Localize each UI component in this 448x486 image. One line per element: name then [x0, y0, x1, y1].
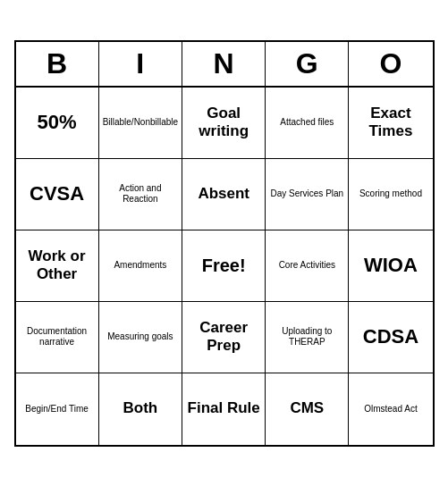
cell-text-7: Absent	[198, 185, 249, 203]
cell-text-23: CMS	[290, 399, 324, 417]
cell-text-12: Free!	[202, 256, 246, 276]
cell-text-20: Begin/End Time	[25, 404, 89, 415]
header-letter-g: G	[266, 42, 349, 86]
cell-text-11: Amendments	[114, 260, 166, 271]
bingo-cell-5: CVSA	[16, 159, 99, 230]
bingo-header: BINGO	[16, 42, 433, 88]
bingo-card: BINGO 50%Billable/NonbillableGoal writin…	[14, 40, 435, 447]
cell-text-18: Uploading to THERAP	[269, 326, 344, 348]
bingo-cell-15: Documentation narrative	[16, 302, 99, 373]
bingo-cell-2: Goal writing	[182, 88, 266, 159]
cell-text-5: CVSA	[30, 182, 84, 205]
cell-text-22: Final Rule	[188, 399, 260, 417]
bingo-cell-10: Work or Other	[16, 230, 99, 302]
cell-text-13: Core Activities	[279, 260, 335, 271]
bingo-cell-1: Billable/Nonbillable	[99, 88, 183, 159]
cell-text-17: Career Prep	[186, 319, 261, 356]
cell-text-15: Documentation narrative	[20, 326, 95, 348]
bingo-cell-3: Attached files	[266, 88, 349, 159]
cell-text-4: Exact Times	[352, 105, 428, 141]
bingo-cell-8: Day Services Plan	[266, 159, 349, 230]
bingo-cell-24: Olmstead Act	[349, 373, 432, 445]
cell-text-6: Action and Reaction	[103, 183, 179, 205]
bingo-grid: 50%Billable/NonbillableGoal writingAttac…	[16, 88, 433, 445]
bingo-cell-12: Free!	[182, 230, 266, 302]
cell-text-14: WIOA	[364, 254, 418, 277]
header-letter-i: I	[99, 42, 182, 86]
bingo-cell-9: Scoring method	[349, 159, 432, 230]
bingo-cell-13: Core Activities	[266, 230, 349, 302]
bingo-cell-4: Exact Times	[349, 88, 432, 159]
header-letter-b: B	[16, 42, 99, 86]
bingo-cell-6: Action and Reaction	[99, 159, 183, 230]
bingo-cell-19: CDSA	[349, 302, 432, 373]
bingo-cell-0: 50%	[16, 88, 99, 159]
cell-text-3: Attached files	[280, 117, 334, 128]
bingo-cell-21: Both	[99, 373, 183, 445]
bingo-cell-18: Uploading to THERAP	[266, 302, 349, 373]
cell-text-9: Scoring method	[359, 189, 422, 199]
cell-text-24: Olmstead Act	[364, 404, 417, 415]
bingo-cell-7: Absent	[182, 159, 266, 230]
bingo-cell-22: Final Rule	[182, 373, 266, 445]
bingo-cell-11: Amendments	[99, 230, 183, 302]
header-letter-o: O	[349, 42, 432, 86]
bingo-cell-14: WIOA	[349, 230, 432, 302]
cell-text-21: Both	[123, 399, 158, 417]
cell-text-19: CDSA	[363, 325, 418, 348]
cell-text-16: Measuring goals	[107, 331, 173, 342]
header-letter-n: N	[182, 42, 266, 86]
cell-text-2: Goal writing	[186, 105, 261, 141]
bingo-cell-17: Career Prep	[182, 302, 266, 373]
cell-text-0: 50%	[38, 111, 77, 134]
cell-text-10: Work or Other	[20, 247, 95, 284]
bingo-cell-16: Measuring goals	[99, 302, 183, 373]
cell-text-8: Day Services Plan	[270, 189, 343, 199]
bingo-cell-20: Begin/End Time	[16, 373, 99, 445]
bingo-cell-23: CMS	[266, 373, 349, 445]
cell-text-1: Billable/Nonbillable	[103, 117, 179, 128]
